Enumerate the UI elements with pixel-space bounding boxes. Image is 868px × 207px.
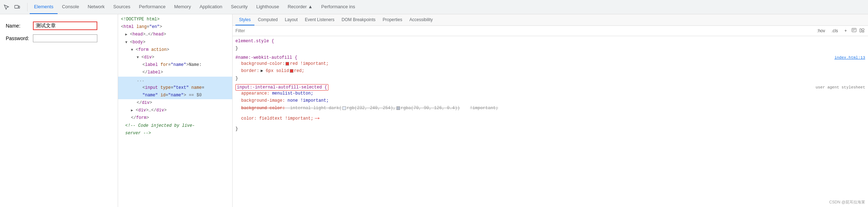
dom-line[interactable]: ▶ <div>…</div>	[118, 107, 232, 114]
svg-rect-2	[852, 28, 856, 32]
sub-tab-styles[interactable]: Styles	[235, 14, 254, 25]
css-value-appearance: menulist-button;	[269, 90, 313, 97]
css-prop-bg-image-name: background-image:	[241, 97, 285, 104]
name-label: Name:	[6, 23, 31, 29]
sub-tab-layout[interactable]: Layout	[281, 14, 301, 25]
devtools-tabs: Elements Console Network Sources Perform…	[30, 0, 359, 14]
color-swatch-border[interactable]	[290, 69, 293, 73]
tab-application[interactable]: Application	[195, 0, 227, 14]
styles-panel-wrapper: Styles Computed Layout Event Listeners D…	[233, 14, 868, 207]
css-selector-autofill-text: input:-internal-autofill-selected {	[237, 85, 327, 90]
swatch-dark[interactable]	[396, 106, 400, 110]
css-value-bg-image: none !important;	[285, 97, 328, 104]
filter-bar: :hov .cls +	[233, 26, 868, 36]
color-swatch-red[interactable]	[286, 62, 289, 66]
css-value-internal-3: rgba(70, 90, 126, 0.4))	[401, 105, 460, 112]
css-brace-2: }	[235, 75, 238, 82]
svg-rect-0	[15, 5, 18, 8]
tab-console[interactable]: Console	[58, 0, 83, 14]
format-icon[interactable]	[859, 28, 864, 34]
css-selector-webkit: #name:-webkit-autofill {	[235, 55, 297, 60]
dom-line[interactable]: ▼ <div>	[118, 54, 232, 61]
css-prop-bg-image: background-image: none !important;	[235, 97, 865, 104]
tab-elements[interactable]: Elements	[30, 0, 58, 14]
new-rule-icon[interactable]	[852, 28, 857, 34]
css-value-internal-1: -internal-light-dark(	[285, 105, 341, 112]
css-prop-color-name: color:	[241, 115, 257, 122]
page-preview: Name: Password:	[0, 14, 118, 207]
css-value-internal-2: rgb(232, 240, 254),	[347, 105, 396, 112]
name-field-row: Name:	[6, 21, 112, 30]
tab-network[interactable]: Network	[83, 0, 109, 14]
sub-tab-dom-breakpoints[interactable]: DOM Breakpoints	[338, 14, 379, 25]
svg-rect-1	[19, 6, 20, 8]
css-value-color: fieldtext !important;	[257, 115, 313, 122]
css-border-arrow[interactable]: ▶	[260, 67, 263, 74]
tab-sources[interactable]: Sources	[109, 0, 135, 14]
css-prop-border: border: ▶ 6px solid red;	[235, 67, 865, 74]
css-prop-appearance-name: appearance:	[241, 90, 269, 97]
css-close-brace2: }	[235, 75, 865, 82]
password-label: Password:	[6, 35, 31, 41]
tab-performance-ins[interactable]: Performance ins	[317, 0, 360, 14]
inspect-icon[interactable]	[1, 2, 11, 12]
dom-line[interactable]: </form>	[118, 114, 232, 122]
css-selector-line: element.style {	[235, 38, 865, 45]
css-prop-bg-color-internal: background-color: -internal-light-dark( …	[235, 105, 865, 112]
devtools-topbar: Elements Console Network Sources Perform…	[0, 0, 868, 14]
devtools-icon-group	[1, 2, 22, 12]
dom-inspector: <!DOCTYPE html> <html lang="en"> ▶ <head…	[118, 14, 233, 207]
main-area: Name: Password: <!DOCTYPE html> <html la…	[0, 14, 868, 207]
swatch-light-blue[interactable]	[342, 106, 346, 110]
css-prop-name: background-color:	[241, 60, 285, 67]
add-style-button[interactable]: +	[842, 27, 849, 34]
divider	[27, 3, 28, 11]
css-rule-autofill-selected: input:-internal-autofill-selected { user…	[235, 85, 865, 133]
dom-line[interactable]: ▼ <body>	[118, 39, 232, 46]
dom-line[interactable]: </label>	[118, 69, 232, 76]
red-arrow-icon: →	[315, 112, 320, 125]
hov-button[interactable]: :hov	[814, 27, 828, 34]
cls-button[interactable]: .cls	[829, 27, 840, 34]
css-rule-element-style: element.style { }	[235, 38, 865, 52]
dom-line-ellipsis[interactable]: ...	[118, 77, 232, 84]
svg-rect-7	[862, 31, 864, 32]
css-close-brace3: }	[235, 125, 865, 133]
css-prop-appearance: appearance: menulist-button;	[235, 90, 865, 97]
dom-line[interactable]: </div>	[118, 99, 232, 107]
password-input[interactable]	[33, 34, 97, 42]
device-toolbar-icon[interactable]	[12, 2, 22, 12]
dom-line-comment2: server -->	[118, 130, 232, 137]
sub-tab-properties[interactable]: Properties	[379, 14, 406, 25]
dom-line[interactable]: ▶ <head>…</head>	[118, 31, 232, 38]
css-prop-bg-color: background-color: red !important;	[235, 60, 865, 67]
dom-line[interactable]: <label for="name">Name:	[118, 61, 232, 69]
csdn-watermark: CSDN @屁耳拉海莱	[829, 199, 865, 205]
css-value-red: red !important;	[290, 60, 328, 67]
sub-tab-computed[interactable]: Computed	[254, 14, 281, 25]
tab-performance[interactable]: Performance	[135, 0, 170, 14]
tab-lighthouse[interactable]: Lighthouse	[252, 0, 283, 14]
sub-tab-accessibility[interactable]: Accessibility	[406, 14, 436, 25]
styles-sub-tabs: Styles Computed Layout Event Listeners D…	[233, 14, 868, 26]
dom-line-input-1[interactable]: <input type="text" name=	[118, 84, 232, 92]
sub-tab-event-listeners[interactable]: Event Listeners	[301, 14, 338, 25]
css-prop-color: color: fieldtext !important; →	[235, 112, 865, 125]
tab-recorder[interactable]: Recorder ▲	[283, 0, 317, 14]
filter-input[interactable]	[235, 28, 813, 33]
tab-security[interactable]: Security	[226, 0, 252, 14]
password-field-row: Password:	[6, 34, 112, 42]
css-border-value: 6px solid	[263, 67, 289, 74]
tab-memory[interactable]: Memory	[170, 0, 195, 14]
css-prop-border-name: border:	[241, 67, 259, 74]
doctype-text: <!DOCTYPE html>	[121, 17, 160, 22]
dom-line[interactable]: ▼ <form action>	[118, 46, 232, 54]
dom-line-input-2[interactable]: "name" id="name"> == $0	[118, 92, 232, 99]
name-input[interactable]	[33, 21, 97, 30]
css-value-important: !important;	[470, 105, 498, 112]
css-brace-text: }	[235, 45, 238, 52]
css-brace-3: }	[235, 125, 238, 133]
dom-line[interactable]: <html lang="en">	[118, 23, 232, 31]
source-link-webkit[interactable]: index.html:13	[834, 56, 865, 60]
svg-rect-6	[862, 29, 864, 30]
